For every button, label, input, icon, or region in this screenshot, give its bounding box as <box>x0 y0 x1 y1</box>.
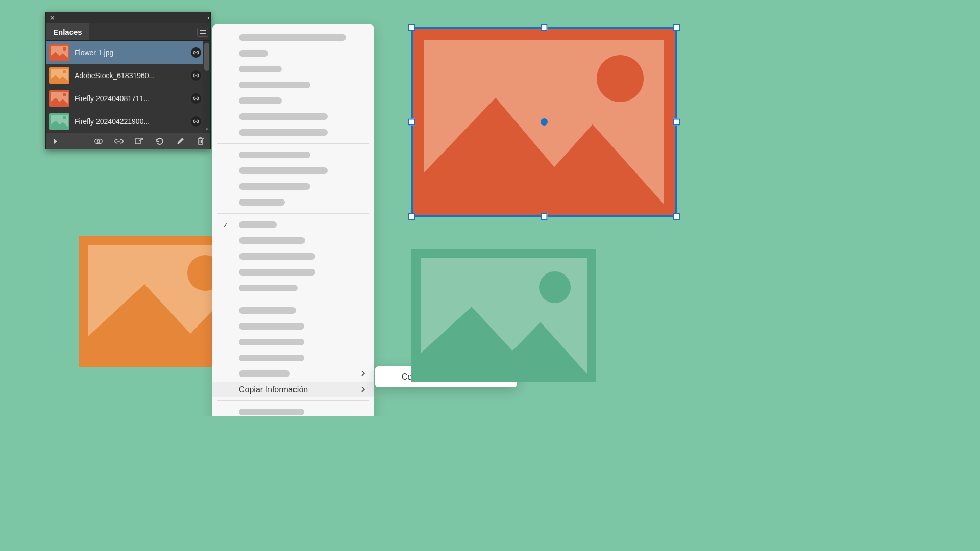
image-sky <box>88 245 213 367</box>
chevron-right-icon <box>361 385 365 394</box>
link-filename: Flower 1.jpg <box>75 48 186 57</box>
menu-item-placeholder <box>239 113 328 120</box>
menu-item[interactable] <box>212 124 374 140</box>
sun-icon <box>539 271 571 303</box>
handle-mr[interactable] <box>673 119 680 126</box>
menu-item[interactable] <box>212 264 374 280</box>
handle-bl[interactable] <box>408 213 415 220</box>
menu-item-placeholder <box>239 97 282 104</box>
menu-item-placeholder <box>239 129 328 136</box>
menu-item[interactable] <box>212 366 374 382</box>
panel-footer <box>46 133 210 149</box>
menu-item[interactable] <box>212 233 374 248</box>
center-point-icon[interactable] <box>541 118 548 126</box>
svg-rect-2 <box>135 139 140 144</box>
handle-tm[interactable] <box>541 24 548 31</box>
thumbnail-icon <box>49 44 69 61</box>
menu-item[interactable] <box>212 404 374 416</box>
menu-item-copiar-informacion[interactable]: Copiar Información <box>212 382 374 397</box>
link-status-icon <box>191 47 201 58</box>
edit-icon[interactable] <box>176 137 185 146</box>
menu-item[interactable] <box>212 147 374 163</box>
handle-tr[interactable] <box>673 24 680 31</box>
menu-item[interactable] <box>212 109 374 124</box>
menu-item-placeholder <box>239 253 315 260</box>
menu-item[interactable]: ✓ <box>212 217 374 233</box>
menu-item-placeholder <box>239 409 304 415</box>
trash-icon[interactable] <box>196 137 205 146</box>
menu-separator <box>217 213 369 214</box>
menu-item[interactable] <box>212 61 374 77</box>
menu-item-label: Copiar Información <box>239 385 308 394</box>
check-icon: ✓ <box>223 221 229 229</box>
mountains-icon <box>88 284 213 367</box>
expand-icon[interactable] <box>51 137 60 146</box>
link-row[interactable]: Firefly 202404221900... <box>46 110 210 133</box>
menu-item-placeholder <box>239 323 304 330</box>
menu-item-placeholder <box>239 307 296 314</box>
menu-item-placeholder <box>239 50 268 57</box>
tab-enlaces[interactable]: Enlaces <box>46 23 89 40</box>
menu-item-placeholder <box>239 269 315 276</box>
links-panel: ✕ ‹‹ Enlaces Flower 1.jpg <box>45 12 211 149</box>
relink-cc-icon[interactable] <box>94 137 103 146</box>
relink-icon[interactable] <box>114 137 124 146</box>
scroll-down-icon[interactable]: ▾ <box>203 126 210 133</box>
context-menu: ✓Copiar Información <box>212 24 374 416</box>
link-filename: Firefly 202404081711... <box>75 94 186 103</box>
collapse-icon[interactable]: ‹‹ <box>207 14 208 21</box>
chevron-right-icon <box>361 369 365 379</box>
menu-separator <box>217 299 369 299</box>
menu-item[interactable] <box>212 77 374 93</box>
handle-br[interactable] <box>673 213 680 220</box>
placed-image-adobestock[interactable] <box>79 236 213 367</box>
link-filename: Firefly 202404221900... <box>75 117 186 126</box>
menu-item-placeholder <box>239 34 346 41</box>
handle-ml[interactable] <box>408 119 415 126</box>
menu-item[interactable] <box>212 318 374 334</box>
scroll-thumb[interactable] <box>204 43 209 71</box>
menu-item-placeholder <box>239 199 285 206</box>
menu-item-placeholder <box>239 167 328 174</box>
menu-item[interactable] <box>212 163 374 179</box>
panel-menu-icon[interactable] <box>197 28 208 37</box>
menu-item[interactable] <box>212 303 374 318</box>
svg-point-1 <box>97 139 102 143</box>
menu-item[interactable] <box>212 45 374 61</box>
placed-image-firefly-green[interactable] <box>411 249 596 382</box>
menu-item-placeholder <box>239 152 310 158</box>
sun-icon <box>187 255 213 291</box>
link-row[interactable]: AdobeStock_61831960... <box>46 64 210 87</box>
menu-item-placeholder <box>239 339 304 345</box>
close-icon[interactable]: ✕ <box>48 14 56 22</box>
link-status-icon <box>191 93 201 104</box>
selected-image-frame[interactable] <box>408 24 680 220</box>
link-row[interactable]: Flower 1.jpg <box>46 41 210 64</box>
menu-item[interactable] <box>212 334 374 350</box>
menu-item-placeholder <box>239 221 277 228</box>
mountains-icon <box>421 302 587 382</box>
link-status-icon <box>191 116 201 127</box>
menu-item[interactable] <box>212 350 374 366</box>
menu-item-placeholder <box>239 82 310 88</box>
update-icon[interactable] <box>155 137 164 146</box>
menu-separator <box>217 143 369 144</box>
menu-item[interactable] <box>212 30 374 45</box>
handle-tl[interactable] <box>408 24 415 31</box>
menu-separator <box>217 400 369 401</box>
mountains-icon <box>424 92 664 215</box>
menu-item[interactable] <box>212 194 374 210</box>
menu-item-placeholder <box>239 370 290 377</box>
menu-item[interactable] <box>212 248 374 264</box>
menu-item[interactable] <box>212 93 374 109</box>
menu-item[interactable] <box>212 179 374 194</box>
menu-item[interactable] <box>212 280 374 296</box>
link-row[interactable]: Firefly 202404081711... <box>46 87 210 110</box>
link-status-icon <box>191 70 201 81</box>
thumbnail-icon <box>49 113 69 130</box>
goto-link-icon[interactable] <box>135 137 144 146</box>
handle-bm[interactable] <box>541 213 548 220</box>
panel-titlebar[interactable]: ✕ ‹‹ <box>46 12 210 23</box>
menu-item-placeholder <box>239 237 305 244</box>
panel-scrollbar[interactable]: ▾ <box>203 41 210 133</box>
